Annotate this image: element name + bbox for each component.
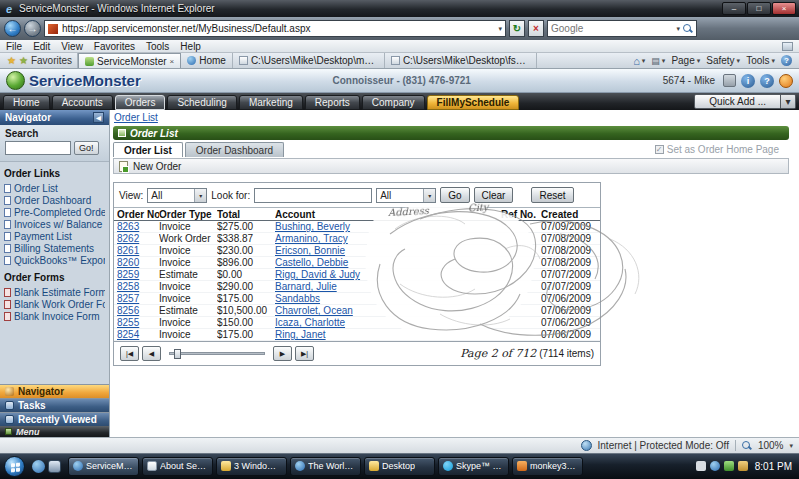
menu-item[interactable]: Edit <box>33 41 50 52</box>
taskbar-item[interactable]: ServiceMonst... <box>68 457 139 476</box>
order-number-link[interactable]: 8259 <box>117 269 159 280</box>
order-number-link[interactable]: 8256 <box>117 305 159 316</box>
zoom-level[interactable]: 100% <box>758 440 784 451</box>
pager-prev-button[interactable]: ◀ <box>142 346 161 361</box>
table-row[interactable]: 8259 Estimate $0.00 Rigg, David & Judy 0… <box>114 269 600 281</box>
account-link[interactable]: Ring, Janet <box>275 329 373 340</box>
monster-badge-icon[interactable] <box>779 74 793 88</box>
go-filter-button[interactable]: Go <box>440 187 469 203</box>
forward-button[interactable]: → <box>24 20 41 37</box>
zoom-dropdown-icon[interactable]: ▾ <box>789 442 793 450</box>
sidebar-link[interactable]: Invoices w/ Balance Due <box>4 218 105 230</box>
address-field[interactable]: https://app.servicemonster.net/MyBusines… <box>44 20 506 37</box>
table-row[interactable]: 8254 Invoice $175.00 Ring, Janet 07/06/2… <box>114 329 600 341</box>
order-number-link[interactable]: 8254 <box>117 329 159 340</box>
tab-close-icon[interactable]: × <box>170 57 175 66</box>
minimize-button[interactable]: – <box>722 2 746 15</box>
col-ref-no[interactable]: Ref No. <box>501 209 541 220</box>
table-row[interactable]: 8261 Invoice $230.00 Ericson, Bonnie 07/… <box>114 245 600 257</box>
table-row[interactable]: 8256 Estimate $10,500.00 Chavrolet, Ocea… <box>114 305 600 317</box>
table-row[interactable]: 8255 Invoice $150.00 Icaza, Charlotte 07… <box>114 317 600 329</box>
help-button[interactable]: ? <box>781 55 792 66</box>
sidebar-link[interactable]: Blank Invoice Form <box>4 310 105 322</box>
sidebar-link[interactable]: QuickBooks™ Export <box>4 254 105 266</box>
sidebar-link[interactable]: Order List <box>4 182 105 194</box>
account-link[interactable]: Castello, Debbie <box>275 257 373 268</box>
browser-tab[interactable]: Home × <box>181 53 233 68</box>
table-row[interactable]: 8262 Work Order $338.87 Armanino, Tracy … <box>114 233 600 245</box>
col-created[interactable]: Created <box>541 209 597 220</box>
sidebar-go-button[interactable]: Go! <box>74 141 99 155</box>
tools-menu[interactable]: Tools ▾ <box>746 55 775 66</box>
tray-antivirus-icon[interactable] <box>724 461 734 471</box>
nav-tab[interactable]: Home <box>3 95 50 110</box>
account-link[interactable]: Ericson, Bonnie <box>275 245 373 256</box>
sidebar-search-input[interactable] <box>5 141 71 155</box>
nav-tab[interactable]: Reports <box>305 95 360 110</box>
col-order-no[interactable]: Order No. <box>117 209 159 220</box>
account-link[interactable]: Sandabbs <box>275 293 373 304</box>
menu-item[interactable]: Help <box>180 41 201 52</box>
order-number-link[interactable]: 8262 <box>117 233 159 244</box>
account-link[interactable]: Barnard, Julie <box>275 281 373 292</box>
help-circle-icon[interactable]: ? <box>760 74 774 88</box>
table-row[interactable]: 8263 Invoice $275.00 Bushing, Beverly 07… <box>114 221 600 233</box>
sidebar-link[interactable]: Billing Statements <box>4 242 105 254</box>
tray-network-icon[interactable] <box>710 461 720 471</box>
navigator-footer-button[interactable]: Navigator <box>0 384 109 398</box>
taskbar-item[interactable]: Desktop <box>364 457 435 476</box>
pager-first-button[interactable]: |◀ <box>120 346 139 361</box>
add-favorite-icon[interactable]: ★ <box>19 55 28 66</box>
sidebar-link[interactable]: Payment List <box>4 230 105 242</box>
account-link[interactable]: Rigg, David & Judy <box>275 269 373 280</box>
sidebar-link[interactable]: Blank Estimate Form <box>4 286 105 298</box>
favorites-star-icon[interactable]: ★ <box>7 55 16 66</box>
address-url[interactable]: https://app.servicemonster.net/MyBusines… <box>62 23 494 34</box>
refresh-button[interactable]: ↻ <box>509 20 525 37</box>
menu-item[interactable]: Tools <box>146 41 169 52</box>
sidebar-menu-footer[interactable]: Menu <box>0 426 109 437</box>
maximize-button[interactable]: □ <box>747 2 771 15</box>
taskbar-item[interactable]: Skype™ [16] -... <box>438 457 509 476</box>
search-dropdown-icon[interactable]: ▾ <box>676 25 680 33</box>
look-for-input[interactable] <box>254 188 372 203</box>
taskbar-item[interactable]: monkey3 - Pa... <box>512 457 583 476</box>
account-link[interactable]: Bushing, Beverly <box>275 221 373 232</box>
page-menu[interactable]: Page ▾ <box>671 55 700 66</box>
menu-item[interactable]: View <box>61 41 83 52</box>
clock[interactable]: 8:01 PM <box>755 461 792 472</box>
tray-hidden-icons[interactable] <box>696 461 706 471</box>
menu-item[interactable]: File <box>6 41 22 52</box>
account-link[interactable]: Armanino, Tracy <box>275 233 373 244</box>
order-number-link[interactable]: 8257 <box>117 293 159 304</box>
nav-tab[interactable]: FillMySchedule <box>427 95 520 110</box>
tasks-button[interactable]: Tasks <box>0 398 109 412</box>
field-select[interactable]: All ▾ <box>376 188 436 203</box>
quick-add-dropdown[interactable]: ▾ <box>781 94 796 109</box>
nav-tab[interactable]: Orders <box>115 95 166 110</box>
nav-tab[interactable]: Marketing <box>239 95 303 110</box>
collapse-sidebar-button[interactable]: ◀ <box>93 112 104 123</box>
address-dropdown-icon[interactable]: ▾ <box>498 25 502 33</box>
view-select[interactable]: All ▾ <box>147 188 207 203</box>
search-box[interactable]: ▾ <box>547 20 697 37</box>
col-account[interactable]: Account <box>275 209 373 220</box>
tray-volume-icon[interactable] <box>738 461 748 471</box>
col-order-type[interactable]: Order Type <box>159 209 217 220</box>
search-input[interactable] <box>551 23 673 34</box>
new-order-button[interactable]: New Order <box>133 161 181 172</box>
order-number-link[interactable]: 8263 <box>117 221 159 232</box>
back-button[interactable]: ← <box>4 20 21 37</box>
favorites-label[interactable]: Favorites <box>31 55 72 66</box>
quick-launch-ie-icon[interactable] <box>32 460 45 473</box>
nav-tab[interactable]: Company <box>362 95 425 110</box>
start-button[interactable] <box>4 456 25 477</box>
table-row[interactable]: 8258 Invoice $290.00 Barnard, Julie 07/0… <box>114 281 600 293</box>
table-row[interactable]: 8257 Invoice $175.00 Sandabbs 07/06/2009 <box>114 293 600 305</box>
order-number-link[interactable]: 8261 <box>117 245 159 256</box>
browser-tab[interactable]: C:\Users\Mike\Desktop\fsbanner... × <box>385 53 537 68</box>
pager-slider[interactable] <box>169 352 265 355</box>
set-home-checkbox[interactable]: ✓ <box>655 145 664 154</box>
menu-item[interactable]: Favorites <box>94 41 135 52</box>
info-icon[interactable]: i <box>741 74 755 88</box>
